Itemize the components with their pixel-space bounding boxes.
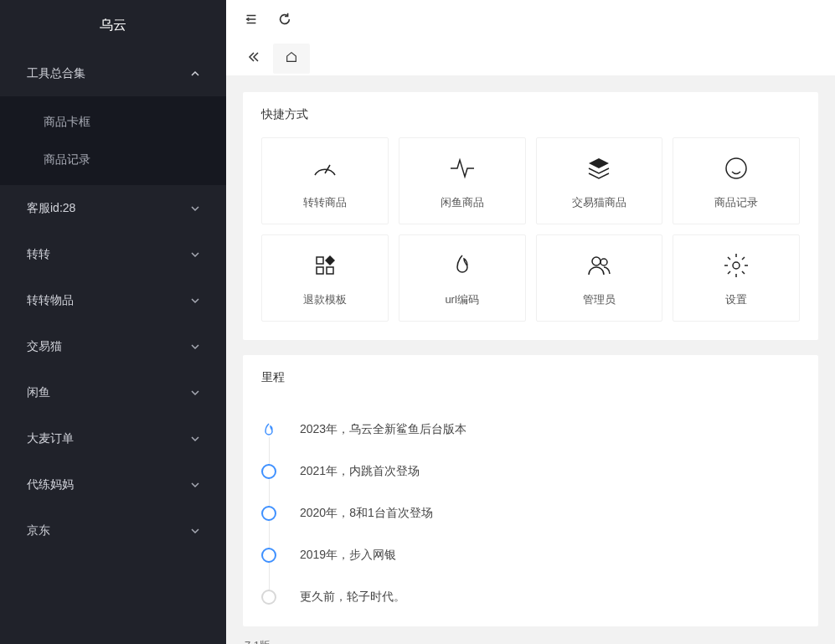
users-icon	[584, 250, 614, 281]
chevron-down-icon	[191, 204, 199, 213]
timeline-item: 更久前，轮子时代。	[261, 576, 800, 618]
sidebar-item-label: 交易猫	[27, 339, 62, 354]
apps-icon	[310, 250, 340, 281]
refresh-button[interactable]	[276, 13, 293, 29]
sidebar-item-dailian[interactable]: 代练妈妈	[0, 461, 226, 507]
timeline-item: 2021年，内跳首次登场	[261, 451, 800, 492]
chevron-down-icon	[191, 481, 199, 489]
timeline-title: 里程	[243, 355, 818, 400]
gauge-icon	[310, 153, 340, 183]
shortcut-product-record[interactable]: 商品记录	[673, 137, 800, 224]
chevrons-left-icon	[248, 51, 260, 65]
shortcut-xianyu-products[interactable]: 闲鱼商品	[399, 137, 526, 224]
shortcut-label: 设置	[725, 292, 747, 307]
timeline-text: 2020年，8和1台首次登场	[300, 506, 433, 521]
chevron-down-icon	[191, 435, 199, 443]
smile-icon	[721, 153, 751, 183]
sidebar-item-label: 闲鱼	[27, 385, 50, 400]
timeline-body: 2023年，乌云全新鲨鱼后台版本 2021年，内跳首次登场 2020年，8和1台…	[243, 400, 818, 618]
svg-marker-1	[589, 158, 609, 168]
timeline-item: 2019年，步入网银	[261, 534, 800, 576]
shortcuts-title: 快捷方式	[243, 92, 818, 137]
flame-icon	[261, 422, 276, 437]
circle-icon	[261, 548, 276, 563]
chevron-down-icon	[191, 296, 199, 305]
sidebar-item-customer-service[interactable]: 客服id:28	[0, 185, 226, 231]
svg-marker-6	[325, 255, 335, 265]
refresh-icon	[277, 12, 292, 30]
sidebar-item-tools[interactable]: 工具总合集	[0, 50, 226, 96]
sidebar-item-label: 大麦订单	[27, 431, 74, 446]
shortcut-label: url编码	[445, 292, 478, 307]
timeline-item: 2020年，8和1台首次登场	[261, 492, 800, 534]
tabbar	[226, 42, 835, 75]
sidebar-item-jiaoyimao[interactable]: 交易猫	[0, 323, 226, 369]
footer-version: 7.1版	[243, 626, 818, 644]
sidebar-item-label: 京东	[27, 523, 50, 538]
chevron-down-icon	[191, 527, 199, 535]
sidebar-item-label: 客服id:28	[27, 201, 75, 216]
shortcut-jiaoyimao-products[interactable]: 交易猫商品	[536, 137, 663, 224]
svg-rect-5	[327, 267, 333, 274]
timeline-text: 2019年，步入网银	[300, 548, 396, 563]
sidebar-item-label: 代练妈妈	[27, 477, 74, 492]
sidebar-subitem-label: 商品记录	[44, 152, 90, 167]
menu-collapse-icon	[244, 12, 259, 30]
sidebar: 乌云 工具总合集 商品卡框 商品记录 客服id:28 转转 转转物品	[0, 0, 226, 644]
sidebar-item-zhuanzhuan[interactable]: 转转	[0, 231, 226, 277]
shortcut-label: 转转商品	[303, 195, 347, 210]
shortcut-label: 退款模板	[303, 292, 347, 307]
circle-icon	[261, 506, 276, 521]
circle-icon	[261, 590, 276, 605]
svg-rect-3	[317, 257, 323, 264]
shortcut-refund-template[interactable]: 退款模板	[261, 234, 389, 322]
timeline-text: 2021年，内跳首次登场	[300, 464, 420, 479]
sidebar-item-label: 转转	[27, 247, 50, 262]
chevron-down-icon	[191, 343, 199, 351]
sidebar-item-jd[interactable]: 京东	[0, 507, 226, 554]
sidebar-item-xianyu[interactable]: 闲鱼	[0, 369, 226, 415]
tab-home[interactable]	[273, 44, 310, 74]
shortcut-admin[interactable]: 管理员	[536, 234, 663, 322]
layers-icon	[584, 153, 614, 183]
flame-icon	[447, 250, 477, 281]
svg-rect-4	[317, 267, 323, 274]
logo: 乌云	[0, 0, 226, 50]
sidebar-submenu-tools: 商品卡框 商品记录	[0, 96, 226, 185]
sidebar-item-zhuanzhuan-items[interactable]: 转转物品	[0, 277, 226, 323]
main: 快捷方式 转转商品 闲鱼商品	[226, 0, 835, 644]
sidebar-menu: 工具总合集 商品卡框 商品记录 客服id:28 转转 转转物品 交	[0, 50, 226, 554]
shortcuts-grid: 转转商品 闲鱼商品 交易猫商品	[243, 137, 818, 340]
circle-icon	[261, 464, 276, 479]
content: 快捷方式 转转商品 闲鱼商品	[226, 75, 835, 644]
chevron-down-icon	[191, 389, 199, 397]
shortcut-label: 管理员	[583, 292, 616, 307]
shortcut-settings[interactable]: 设置	[673, 234, 800, 322]
gear-icon	[721, 250, 751, 281]
timeline-text: 更久前，轮子时代。	[300, 590, 405, 605]
shortcut-label: 商品记录	[714, 195, 758, 210]
timeline-item: 2023年，乌云全新鲨鱼后台版本	[261, 409, 800, 451]
sidebar-subitem-card-frame[interactable]: 商品卡框	[0, 103, 226, 141]
shortcut-zhuanzhuan-products[interactable]: 转转商品	[261, 137, 389, 224]
topbar	[226, 0, 835, 42]
tab-prev-button[interactable]	[240, 46, 268, 71]
shortcut-url-encode[interactable]: url编码	[399, 234, 526, 322]
sidebar-item-label: 工具总合集	[27, 66, 85, 81]
chevron-up-icon	[191, 70, 199, 78]
svg-point-8	[600, 259, 607, 265]
sidebar-item-damai[interactable]: 大麦订单	[0, 415, 226, 461]
shortcut-label: 交易猫商品	[572, 195, 626, 210]
sidebar-subitem-product-record[interactable]: 商品记录	[0, 141, 226, 178]
collapse-sidebar-button[interactable]	[243, 13, 260, 29]
timeline-card: 里程 2023年，乌云全新鲨鱼后台版本 2021年，内跳首次登场	[243, 355, 818, 626]
svg-point-2	[726, 158, 746, 178]
svg-point-7	[592, 257, 600, 265]
sidebar-subitem-label: 商品卡框	[44, 115, 90, 130]
chevron-down-icon	[191, 250, 199, 259]
home-icon	[285, 50, 298, 67]
timeline-text: 2023年，乌云全新鲨鱼后台版本	[300, 422, 466, 437]
shortcuts-card: 快捷方式 转转商品 闲鱼商品	[243, 92, 818, 340]
activity-icon	[447, 153, 477, 183]
sidebar-item-label: 转转物品	[27, 293, 74, 308]
